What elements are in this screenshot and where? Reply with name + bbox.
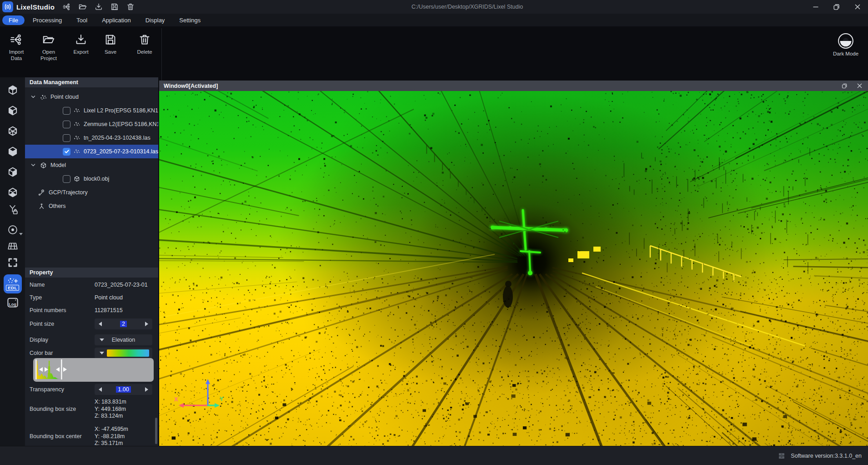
orbit-dropdown-caret[interactable] [19, 233, 23, 235]
model-cube-icon [40, 162, 47, 169]
viewport-restore-button[interactable] [841, 82, 848, 90]
menu-bar: File Processing Tool Application Display… [0, 14, 868, 26]
dark-mode-label: Dark Mode [828, 51, 863, 56]
display-mode-dropdown[interactable]: Elevation [95, 334, 152, 345]
tree-root-others[interactable]: Others [25, 199, 158, 213]
close-button[interactable] [847, 0, 868, 14]
property-label: Point numbers [30, 307, 66, 313]
orbit-center-icon [7, 224, 19, 236]
view-iso-cube-icon [6, 145, 19, 158]
chevron-down-icon[interactable] [30, 94, 36, 100]
log-label: Log [9, 302, 16, 307]
project-path: C:/Users/user/Desktop/XGRIDS/Lixel Studi… [411, 0, 523, 14]
dropdown-caret-icon[interactable] [100, 352, 104, 354]
viewport-window: Window0[Activated] [159, 81, 868, 446]
bbox-size-y: Y: 449.168m [95, 406, 126, 413]
checkbox-unchecked[interactable] [63, 134, 70, 142]
others-tripod-icon [38, 202, 45, 210]
tree-label: block0.obj [84, 176, 109, 182]
tree-label: Lixel L2 Pro(EPSG 5186,KN18).las [84, 107, 158, 114]
tree-item-lixel-l2-pro[interactable]: Lixel L2 Pro(EPSG 5186,KN18).las [25, 104, 158, 117]
view-top-button[interactable] [6, 84, 19, 96]
tree-item-0723-selected[interactable]: 0723_2025-07-23-010314.las [25, 145, 158, 158]
minimize-button[interactable] [805, 0, 826, 14]
tool-sidebar: EDL Log [0, 77, 25, 446]
tree-root-point-cloud[interactable]: Point cloud [25, 90, 158, 104]
quick-export-button[interactable] [94, 2, 104, 12]
ribbon-label: Import [9, 49, 24, 55]
ribbon-label: Open [42, 49, 55, 55]
checkbox-unchecked[interactable] [63, 175, 70, 183]
property-label: Display [30, 337, 48, 343]
perspective-button[interactable] [7, 240, 19, 252]
transparency-value[interactable]: 1.00 [116, 386, 130, 393]
dark-mode-icon [837, 32, 855, 50]
ribbon-toolbar: Import Data Open Project Export Save Del… [0, 26, 868, 77]
quick-save-button[interactable] [110, 2, 120, 12]
edl-label: EDL [6, 285, 19, 291]
dark-mode-toggle[interactable]: Dark Mode [828, 32, 863, 56]
edl-toggle-button[interactable]: EDL [4, 274, 22, 293]
property-label: Color bar [30, 350, 53, 356]
quick-delete-button[interactable] [125, 2, 135, 12]
tree-item-zenmuse-l2[interactable]: Zenmuse L2(EPSG 5186,KN18).las [25, 117, 158, 131]
stepper-decrease-icon[interactable] [99, 322, 102, 326]
property-header: Property [25, 268, 158, 278]
stepper-increase-icon[interactable] [145, 387, 148, 392]
dropdown-caret-icon[interactable] [100, 339, 104, 341]
color-bar-dropdown[interactable] [95, 348, 152, 359]
menu-processing[interactable]: Processing [26, 15, 68, 25]
chevron-down-icon[interactable] [30, 162, 36, 168]
property-scrollbar[interactable] [155, 418, 157, 444]
menu-file[interactable]: File [2, 15, 25, 25]
property-label: Point size [30, 321, 54, 327]
menu-tool[interactable]: Tool [70, 15, 94, 25]
point-size-value[interactable]: 2 [120, 321, 127, 327]
close-icon [856, 82, 863, 90]
view-right-button[interactable] [6, 166, 19, 178]
point-size-stepper[interactable]: 2 [95, 318, 152, 329]
transparency-stepper[interactable]: 1.00 [95, 384, 152, 395]
fullscreen-button[interactable] [7, 257, 18, 268]
checkbox-unchecked[interactable] [63, 107, 70, 115]
viewport-canvas[interactable] [159, 91, 868, 446]
stepper-decrease-icon[interactable] [99, 387, 102, 392]
save-button[interactable]: Save [96, 30, 125, 56]
view-bottom-button[interactable] [6, 186, 19, 199]
view-left-button[interactable] [6, 104, 19, 117]
tree-root-gcp-trajectory[interactable]: GCP/Trajectory [25, 186, 158, 199]
export-button[interactable]: Export [67, 30, 95, 56]
import-data-button[interactable]: Import Data [2, 30, 30, 62]
tree-item-block0[interactable]: block0.obj [25, 172, 158, 186]
quick-open-button[interactable] [78, 2, 88, 12]
viewport-close-button[interactable] [856, 82, 863, 90]
restore-button[interactable] [826, 0, 847, 14]
property-value: 0723_2025-07-23-01 [95, 282, 148, 288]
colorbar-histogram[interactable] [33, 358, 154, 382]
tree-label: Zenmuse L2(EPSG 5186,KN18).las [84, 121, 158, 127]
point-cloud-icon [73, 134, 80, 142]
stepper-increase-icon[interactable] [145, 322, 148, 326]
delete-button[interactable]: Delete [130, 30, 159, 56]
tree-item-tn-2025[interactable]: tn_2025-04-23-102438.las [25, 131, 158, 145]
y-axis-lock-icon [7, 204, 19, 216]
checkbox-unchecked[interactable] [63, 121, 70, 128]
log-panel-button[interactable]: Log [6, 296, 20, 309]
quick-import-button[interactable] [62, 2, 72, 12]
menu-application[interactable]: Application [95, 15, 137, 25]
axis-lock-button[interactable] [7, 204, 19, 216]
property-label: Name [30, 282, 45, 288]
edl-dots-icon [7, 278, 19, 284]
view-iso-button[interactable] [6, 145, 19, 158]
tree-root-model[interactable]: Model [25, 158, 158, 172]
menu-display[interactable]: Display [139, 15, 171, 25]
menu-settings[interactable]: Settings [173, 15, 207, 25]
expand-icon [7, 257, 18, 268]
software-version: Software version:3.3.1.0_en [791, 453, 862, 459]
import-share-icon [62, 2, 71, 11]
checkbox-checked[interactable] [63, 148, 70, 156]
open-project-button[interactable]: Open Project [35, 30, 63, 62]
model-cube-icon [73, 175, 80, 182]
view-front-button[interactable] [6, 125, 19, 137]
orbit-center-button[interactable] [7, 224, 19, 236]
